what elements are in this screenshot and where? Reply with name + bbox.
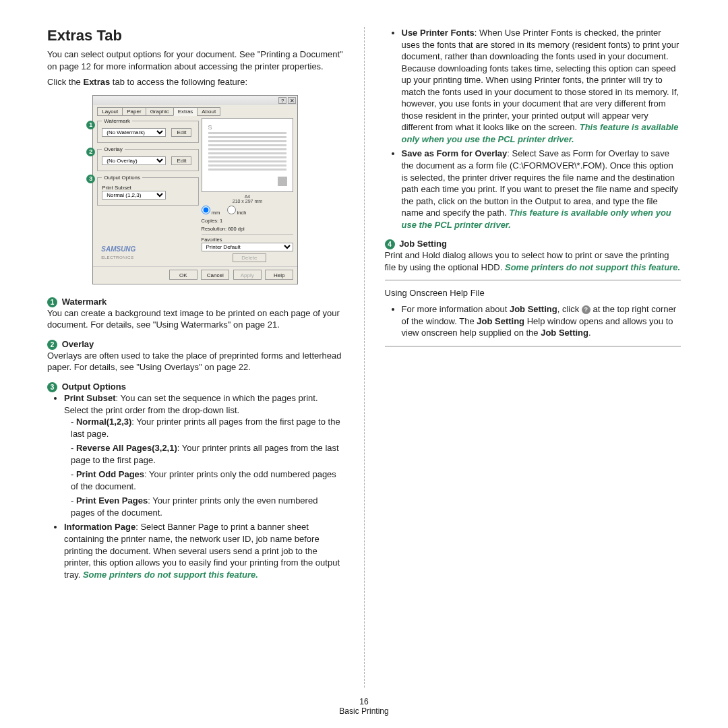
page-preview: S [202,118,294,192]
dialog-tabs: Layout Paper Graphic Extras About [97,107,297,116]
section-watermark: 1 Watermark You can create a background … [47,297,344,331]
marker-3-icon: 3 [86,175,95,183]
units-mm-label: mm [212,210,220,216]
save-form-item: Save as Form for Overlay: Select Save as… [402,148,681,231]
cancel-button[interactable]: Cancel [201,270,229,280]
normal-item: Normal(1,2,3): Your printer prints all p… [71,416,344,439]
favorites-select[interactable]: Printer Default [202,243,294,251]
page: Extras Tab You can select output options… [0,0,728,688]
tab-layout[interactable]: Layout [97,107,123,116]
tab-extras[interactable]: Extras [173,107,198,116]
section-overlay: 2 Overlay Overlays are often used to tak… [47,339,344,373]
watermark-select[interactable]: (No Watermark) [102,128,166,137]
watermark-legend: Watermark [102,118,132,124]
column-divider [364,27,365,688]
overlay-title: Overlay [62,339,94,349]
paper-dim: A4210 x 297 mm [202,194,294,204]
intro-2: Click the Extras tab to access the follo… [47,76,344,88]
units-row: mm inch [202,206,294,216]
dialog-titlebar: ? ✕ [93,96,297,105]
overlay-edit-button[interactable]: Edit [171,156,191,165]
units-mm-radio[interactable] [202,206,210,214]
output-group: Output Options Print Subset Normal (1,2,… [97,175,198,206]
close-icon[interactable]: ✕ [288,97,296,104]
help-file-title: Using Onscreen Help File [385,287,681,299]
tab-about[interactable]: About [197,107,220,116]
section-output: 3 Output Options Print Subset: You can s… [47,382,344,580]
favorites-label: Favorites [202,237,294,243]
marker-2-icon: 2 [86,148,95,156]
output-legend: Output Options [102,175,142,181]
tab-paper[interactable]: Paper [122,107,146,116]
even-item: Print Even Pages: Your printer prints on… [71,495,344,518]
job-setting-note: Some printers do not support this featur… [505,262,680,272]
left-column: Extras Tab You can select output options… [30,27,361,688]
page-title: Extras Tab [47,27,344,44]
help-file-item: For more information about Job Setting, … [402,303,681,339]
units-inch-label: inch [237,210,247,216]
watermark-edit-button[interactable]: Edit [171,128,191,137]
print-subset-item: Print Subset: You can set the sequence i… [64,392,344,518]
page-number: 16 [0,697,728,706]
separator-2 [385,346,681,346]
marker-2: 2 [47,340,57,350]
intro-2-bold: Extras [83,77,110,87]
watermark-body: You can create a background text image t… [47,307,344,331]
tab-graphic[interactable]: Graphic [146,107,174,116]
units-inch-radio[interactable] [227,206,236,214]
brand-logo: SAMSUNGELECTRONICS [97,240,198,262]
copies-label: Copies: 1 [202,218,294,224]
apply-button[interactable]: Apply [233,270,262,280]
watermark-group: Watermark (No Watermark) Edit [97,118,198,143]
overlay-group: Overlay (No Overlay) Edit [97,146,198,171]
page-footer: 16 Basic Printing [0,697,728,716]
right-column: Use Printer Fonts: When Use Printer Font… [368,27,698,688]
reverse-item: Reverse All Pages(3,2,1): Your printer p… [71,442,344,466]
job-setting-body: Print and Hold dialog allows you to sele… [385,249,681,273]
odd-item: Print Odd Pages: Your printer prints onl… [71,468,344,492]
delete-button[interactable]: Delete [233,253,266,262]
help-icon[interactable]: ? [278,97,286,104]
watermark-title: Watermark [62,297,107,307]
marker-1: 1 [47,297,57,307]
overlay-body: Overlays are often used to take the plac… [47,350,344,373]
printer-fonts-item: Use Printer Fonts: When Use Printer Font… [402,27,681,145]
intro-1: You can select output options for your d… [47,49,344,72]
help-question-icon: ? [582,305,590,314]
intro-2-pre: Click the [47,77,83,87]
info-page-item: Information Page: Select Banner Page to … [64,521,344,580]
job-setting-title: Job Setting [399,239,447,249]
marker-4: 4 [385,239,395,249]
section-job-setting: 4 Job Setting Print and Hold dialog allo… [385,239,681,273]
overlay-select[interactable]: (No Overlay) [102,156,166,165]
extras-dialog: ? ✕ Layout Paper Graphic Extras About 1 … [92,95,298,284]
print-subset-b: Print Subset [64,393,116,403]
output-title: Output Options [62,382,126,392]
footer-text: Basic Printing [0,706,728,716]
marker-3: 3 [47,382,57,392]
output-label: Print Subset [102,185,139,191]
overlay-legend: Overlay [102,146,125,152]
marker-1-icon: 1 [86,121,95,129]
dialog-buttons: OK Cancel Apply Help [93,266,297,284]
resolution-label: Resolution: 600 dpi [202,226,294,235]
info-page-note: Some printers do not support this featur… [83,570,258,580]
output-select[interactable]: Normal (1,2,3) [102,191,166,200]
separator-1 [385,280,681,280]
sample-s-icon: S [208,124,212,131]
ok-button[interactable]: OK [169,270,198,280]
intro-2-post: tab to access the following feature: [110,77,247,87]
help-button[interactable]: Help [265,270,293,280]
